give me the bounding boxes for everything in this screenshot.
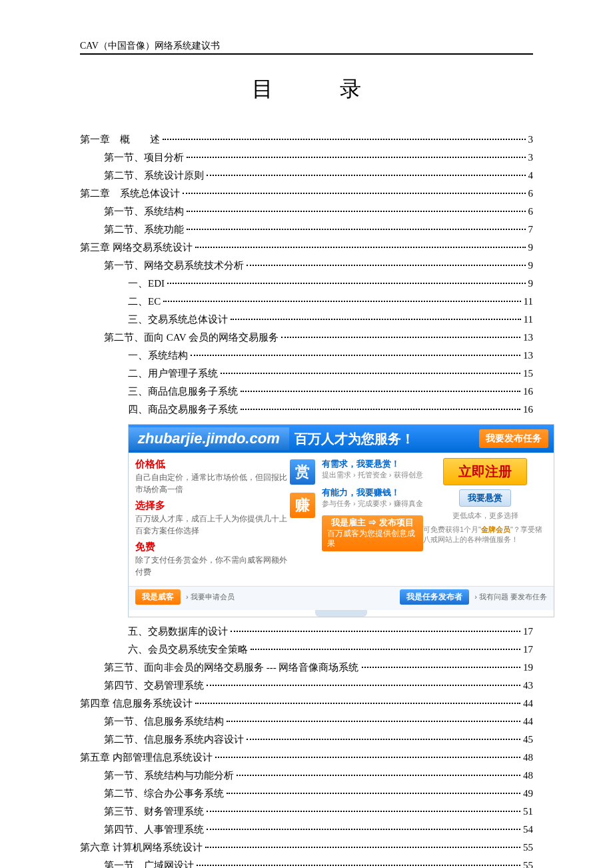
toc-entry[interactable]: 第一节、系统结构与功能分析48 [80, 767, 533, 785]
toc-entry[interactable]: 二、用户管理子系统15 [80, 365, 533, 383]
earn-tile-icon: 赚 [290, 493, 315, 518]
toc-leader-dots [187, 157, 526, 158]
toc-entry[interactable]: 第二节、系统设计原则4 [80, 167, 533, 185]
toc-page-number: 48 [523, 767, 533, 785]
toc-entry[interactable]: 第三章 网络交易系统设计9 [80, 239, 533, 257]
toc-label: 第一节、广域网设计 [104, 857, 194, 868]
toc-page-number: 11 [524, 293, 533, 311]
publisher-link[interactable]: › 我有问题 要发布任务 [474, 592, 547, 602]
toc-entry[interactable]: 第一节、信息服务系统结构44 [80, 713, 533, 731]
toc-leader-dots [251, 649, 520, 650]
reward-tile-icon: 赏 [290, 459, 315, 485]
toc-page-number: 44 [523, 695, 533, 713]
toc-leader-dots [231, 631, 520, 632]
witkey-link[interactable]: › 我要申请会员 [186, 592, 235, 602]
toc-entry[interactable]: 第二节、信息服务系统内容设计45 [80, 731, 533, 749]
toc-leader-dots [187, 229, 526, 230]
toc-leader-dots [205, 847, 520, 848]
ad-benefit-heading: 免费 [135, 541, 289, 553]
toc-entry[interactable]: 第二节、面向 CAV 会员的网络交易服务13 [80, 329, 533, 347]
ad-body: 价格低 自己自由定价，通常比市场价低，但回报比市场价高一倍 选择多 百万级人才库… [129, 453, 554, 586]
toc-page-number: 16 [523, 401, 533, 419]
toc-leader-dots [362, 667, 521, 668]
toc-label: 第二节、系统设计原则 [104, 167, 204, 185]
toc-leader-dots [191, 355, 520, 356]
publish-project-button[interactable]: 我是雇主 ⇒ 发布项目 百万威客为您提供创意成果 [322, 515, 423, 551]
toc-page-number: 55 [523, 839, 533, 857]
advertisement-block: zhubarjie.jimdo.com 百万人才为您服务！ 我要发布任务 价格低… [128, 424, 554, 617]
bounty-subtitle: 更低成本，更多选择 [452, 511, 518, 521]
toc-entry[interactable]: 一、EDI9 [80, 275, 533, 293]
toc-entry[interactable]: 第五章 内部管理信息系统设计48 [80, 749, 533, 767]
toc-page-number: 15 [523, 365, 533, 383]
toc-label: 第三节、财务管理系统 [104, 803, 204, 821]
toc-page-number: 6 [528, 185, 534, 203]
toc-entry[interactable]: 三、交易系统总体设计11 [80, 311, 533, 329]
toc-entry[interactable]: 六、会员交易系统安全策略17 [80, 641, 533, 659]
toc-entry[interactable]: 第四节、人事管理系统54 [80, 821, 533, 839]
toc-entry[interactable]: 三、商品信息服务子系统16 [80, 383, 533, 401]
toc-leader-dots [167, 283, 526, 284]
toc-entry[interactable]: 第四节、交易管理系统43 [80, 677, 533, 695]
toc-label: 第六章 计算机网络系统设计 [80, 839, 203, 857]
toc-page-number: 51 [523, 803, 533, 821]
register-button[interactable]: 立即注册 [443, 458, 527, 485]
publisher-chip[interactable]: 我是任务发布者 [400, 589, 469, 605]
toc-label: 第一节、信息服务系统结构 [104, 713, 224, 731]
ad-action-title: 有能力，我要赚钱！ [322, 487, 423, 499]
toc-leader-dots [227, 721, 520, 722]
toc-page-number: 9 [528, 275, 534, 293]
ad-benefit-text: 百万级人才库，成百上千人为你提供几十上百套方案任你选择 [135, 513, 289, 537]
toc-upper: 第一章 概 述3第一节、项目分析3第二节、系统设计原则4第二章 系统总体设计6第… [80, 131, 533, 419]
publish-project-sub: 百万威客为您提供创意成果 [327, 529, 418, 549]
publish-project-main: 我是雇主 ⇒ 发布项目 [331, 517, 414, 529]
toc-entry[interactable]: 一、系统结构13 [80, 347, 533, 365]
toc-entry[interactable]: 第一节、项目分析3 [80, 149, 533, 167]
toc-entry[interactable]: 第二节、系统功能7 [80, 221, 533, 239]
toc-entry[interactable]: 第三节、财务管理系统51 [80, 803, 533, 821]
toc-entry[interactable]: 第四章 信息服务系统设计44 [80, 695, 533, 713]
toc-page-number: 45 [523, 731, 533, 749]
toc-label: 第二节、信息服务系统内容设计 [104, 731, 244, 749]
toc-leader-dots [163, 139, 526, 140]
toc-leader-dots [227, 793, 520, 794]
running-header: CAV（中国音像）网络系统建议书 [80, 40, 533, 52]
toc-label: 第二节、面向 CAV 会员的网络交易服务 [104, 329, 279, 347]
toc-label: 第一节、网络交易系统技术分析 [104, 257, 244, 275]
publish-task-button[interactable]: 我要发布任务 [479, 429, 548, 448]
toc-page-number: 3 [528, 149, 534, 167]
toc-entry[interactable]: 四、商品交易服务子系统16 [80, 401, 533, 419]
toc-leader-dots [207, 175, 526, 176]
toc-entry[interactable]: 第二节、综合办公事务系统49 [80, 785, 533, 803]
bounty-button[interactable]: 我要悬赏 [459, 489, 511, 507]
toc-leader-dots [231, 319, 521, 320]
ad-benefit-heading: 选择多 [135, 499, 289, 512]
toc-leader-dots [183, 193, 526, 194]
ad-middle-column: 有需求，我要悬赏！ 提出需求 › 托管资金 › 获得创意 有能力，我要赚钱！ 参… [316, 458, 423, 582]
toc-entry[interactable]: 第二章 系统总体设计6 [80, 185, 533, 203]
ad-tiles: 赏 赚 [289, 458, 316, 582]
toc-page-number: 9 [528, 239, 534, 257]
toc-entry[interactable]: 二、EC11 [80, 293, 533, 311]
ad-benefit-text: 除了支付任务赏金外，你不需向威客网额外付费 [135, 554, 289, 578]
toc-label: 第二节、综合办公事务系统 [104, 785, 224, 803]
ad-slogan: 百万人才为您服务！ [295, 430, 414, 448]
toc-entry[interactable]: 五、交易数据库的设计17 [80, 623, 533, 641]
toc-leader-dots [197, 865, 520, 866]
witkey-chip[interactable]: 我是威客 [135, 589, 181, 605]
toc-leader-dots [195, 703, 520, 704]
ad-url[interactable]: zhubarjie.jimdo.com [129, 427, 289, 450]
toc-label: 第一节、系统结构与功能分析 [104, 767, 234, 785]
toc-entry[interactable]: 第六章 计算机网络系统设计55 [80, 839, 533, 857]
toc-page-number: 4 [528, 167, 534, 185]
toc-entry[interactable]: 第一章 概 述3 [80, 131, 533, 149]
toc-leader-dots [237, 775, 520, 776]
toc-entry[interactable]: 第三节、面向非会员的网络交易服务 --- 网络音像商场系统19 [80, 659, 533, 677]
toc-page-number: 13 [523, 347, 533, 365]
toc-leader-dots [187, 211, 526, 212]
document-page: CAV（中国音像）网络系统建议书 目录 第一章 概 述3第一节、项目分析3第二节… [0, 0, 613, 868]
toc-entry[interactable]: 第一节、系统结构6 [80, 203, 533, 221]
toc-entry[interactable]: 第一节、广域网设计55 [80, 857, 533, 868]
toc-label: 第二节、系统功能 [104, 221, 184, 239]
toc-entry[interactable]: 第一节、网络交易系统技术分析9 [80, 257, 533, 275]
